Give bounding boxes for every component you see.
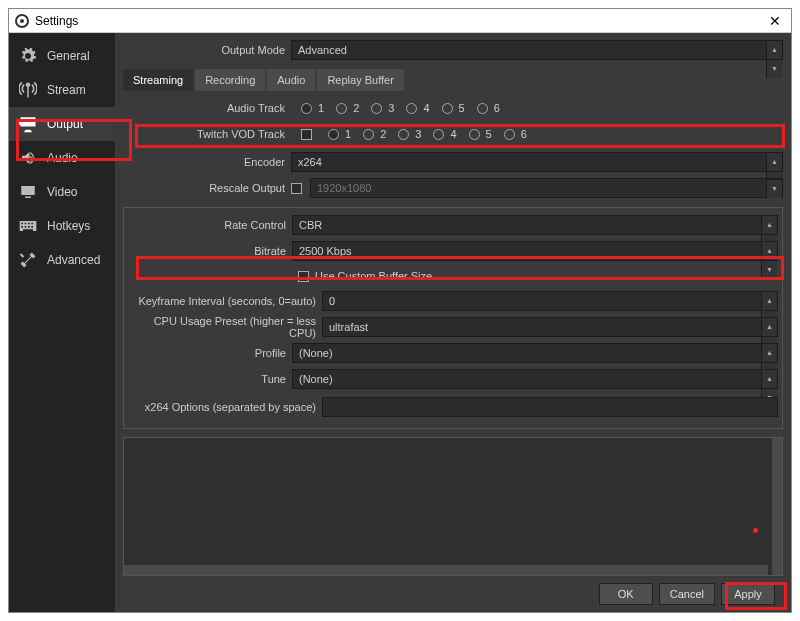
marker-dot <box>753 528 758 533</box>
output-panel: Output Mode Advanced ▲▼ Streaming Record… <box>115 33 791 612</box>
spinner-icon[interactable]: ▲▼ <box>761 216 777 234</box>
tab-recording[interactable]: Recording <box>195 69 265 91</box>
audio-track-row: Audio Track 1 2 3 4 5 6 <box>123 97 783 119</box>
rate-control-row: Rate Control CBR▲▼ <box>124 214 778 236</box>
antenna-icon <box>17 79 39 101</box>
rescale-label: Rescale Output <box>123 182 291 194</box>
x264-opts-input[interactable] <box>322 397 778 417</box>
sidebar-item-advanced[interactable]: Advanced <box>9 243 115 277</box>
keyframe-input[interactable]: 0▲▼ <box>322 291 778 311</box>
sidebar-item-stream[interactable]: Stream <box>9 73 115 107</box>
highlight-encoder-row <box>135 124 785 148</box>
scrollbar-horizontal[interactable] <box>124 565 768 575</box>
profile-label: Profile <box>124 347 292 359</box>
chevron-down-icon[interactable]: ▼ <box>766 179 782 197</box>
audio-track-3[interactable] <box>371 103 382 114</box>
sidebar-item-label: Video <box>47 185 77 199</box>
profile-row: Profile (None)▲▼ <box>124 342 778 364</box>
spinner-icon[interactable]: ▲▼ <box>761 318 777 336</box>
rescale-row: Rescale Output 1920x1080 ▼ <box>123 177 783 199</box>
rescale-checkbox[interactable] <box>291 183 302 194</box>
audio-track-5[interactable] <box>442 103 453 114</box>
x264-opts-label: x264 Options (separated by space) <box>124 401 322 413</box>
tools-icon <box>17 249 39 271</box>
settings-window: Settings ✕ General Stream Output <box>8 8 792 613</box>
output-mode-label: Output Mode <box>123 44 291 56</box>
encoder-settings-group: Rate Control CBR▲▼ Bitrate 2500 Kbps▲▼ U… <box>123 207 783 429</box>
output-mode-select[interactable]: Advanced ▲▼ <box>291 40 783 60</box>
rescale-value[interactable]: 1920x1080 ▼ <box>310 178 783 198</box>
titlebar: Settings ✕ <box>9 9 791 33</box>
rate-control-label: Rate Control <box>124 219 292 231</box>
dialog-footer: OK Cancel Apply <box>123 576 783 612</box>
sidebar-item-label: Advanced <box>47 253 100 267</box>
output-tabs: Streaming Recording Audio Replay Buffer <box>123 69 783 91</box>
output-mode-row: Output Mode Advanced ▲▼ <box>123 39 783 61</box>
audio-track-2[interactable] <box>336 103 347 114</box>
gear-icon <box>17 45 39 67</box>
cpu-preset-row: CPU Usage Preset (higher = less CPU) ult… <box>124 316 778 338</box>
sidebar-item-label: General <box>47 49 90 63</box>
empty-area <box>123 437 783 576</box>
profile-select[interactable]: (None)▲▼ <box>292 343 778 363</box>
encoder-row: Encoder x264 ▲▼ <box>123 151 783 173</box>
audio-track-6[interactable] <box>477 103 488 114</box>
sidebar-item-label: Stream <box>47 83 86 97</box>
highlight-apply-button <box>725 582 787 610</box>
spinner-icon[interactable]: ▲▼ <box>766 41 782 59</box>
rate-control-select[interactable]: CBR▲▼ <box>292 215 778 235</box>
tune-label: Tune <box>124 373 292 385</box>
spinner-icon[interactable]: ▲▼ <box>761 370 777 388</box>
cancel-button[interactable]: Cancel <box>659 583 715 605</box>
sidebar-item-video[interactable]: Video <box>9 175 115 209</box>
encoder-select[interactable]: x264 ▲▼ <box>291 152 783 172</box>
tune-row: Tune (None)▲▼ <box>124 368 778 390</box>
sidebar-item-label: Hotkeys <box>47 219 90 233</box>
audio-track-label: Audio Track <box>123 102 291 114</box>
ok-button[interactable]: OK <box>599 583 653 605</box>
keyframe-label: Keyframe Interval (seconds, 0=auto) <box>124 295 322 307</box>
spinner-icon[interactable]: ▲▼ <box>761 292 777 310</box>
app-icon <box>15 14 29 28</box>
audio-track-1[interactable] <box>301 103 312 114</box>
highlight-output-nav <box>16 119 132 161</box>
audio-track-4[interactable] <box>406 103 417 114</box>
encoder-label: Encoder <box>123 156 291 168</box>
tab-replay-buffer[interactable]: Replay Buffer <box>317 69 403 91</box>
x264-opts-row: x264 Options (separated by space) <box>124 396 778 418</box>
sidebar-item-hotkeys[interactable]: Hotkeys <box>9 209 115 243</box>
cpu-preset-label: CPU Usage Preset (higher = less CPU) <box>124 315 322 339</box>
spinner-icon[interactable]: ▲▼ <box>766 153 782 171</box>
monitor-icon <box>17 181 39 203</box>
tab-streaming[interactable]: Streaming <box>123 69 193 91</box>
highlight-cpu-preset-row <box>136 256 784 280</box>
scrollbar-vertical[interactable] <box>772 438 782 575</box>
cpu-preset-select[interactable]: ultrafast▲▼ <box>322 317 778 337</box>
keyframe-row: Keyframe Interval (seconds, 0=auto) 0▲▼ <box>124 290 778 312</box>
keyboard-icon <box>17 215 39 237</box>
spinner-icon[interactable]: ▲▼ <box>761 344 777 362</box>
tune-select[interactable]: (None)▲▼ <box>292 369 778 389</box>
close-icon[interactable]: ✕ <box>765 13 785 29</box>
tab-audio[interactable]: Audio <box>267 69 315 91</box>
sidebar-item-general[interactable]: General <box>9 39 115 73</box>
window-title: Settings <box>35 14 765 28</box>
